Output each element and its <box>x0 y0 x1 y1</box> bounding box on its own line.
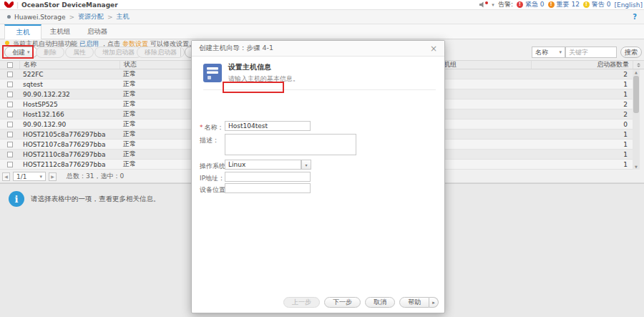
row-checkbox[interactable] <box>0 92 19 97</box>
header-checkbox[interactable] <box>0 61 19 69</box>
alarm-label: 告警: <box>498 0 513 9</box>
tab-bar: 主机 主机组 启动器 <box>0 24 644 39</box>
cancel-button[interactable]: 取消 <box>365 297 395 308</box>
breadcrumb-host[interactable]: 主机 <box>117 12 130 21</box>
cell-name: HOST2112c8a776297bba <box>19 161 119 168</box>
breadcrumb-separator: > <box>69 14 74 21</box>
name-label: *名称： <box>200 123 224 132</box>
previous-step-button[interactable]: 上一步 <box>283 297 320 308</box>
search-field-value: 名称 <box>535 48 548 57</box>
details-message: 请选择表格中的一项，查看更多相关信息。 <box>31 195 160 204</box>
cell-name: HOST2107c8a776297bba <box>19 141 119 148</box>
page-indicator: 1/1 <box>16 173 26 180</box>
dialog-header: 创建主机向导：步骤 4-1 × <box>192 41 444 57</box>
cell-initiator-count: 2 <box>531 101 633 108</box>
cell-initiator-count: 1 <box>531 91 633 98</box>
column-initiator-count[interactable]: 启动器数量 <box>531 61 633 69</box>
alarm-warning-icon: ! <box>583 1 590 8</box>
search-button[interactable]: 搜索 <box>620 47 642 58</box>
delete-button[interactable]: 删除 <box>36 47 64 58</box>
add-initiator-button[interactable]: 增加启动器 <box>94 47 142 58</box>
remove-initiator-button[interactable]: 移除启动器 <box>137 47 185 58</box>
cell-initiator-count: 1 <box>531 161 633 168</box>
cell-name: Host132.166 <box>19 111 119 118</box>
next-page-button[interactable]: ▶ <box>49 172 57 181</box>
create-caret-icon: ▾ <box>27 49 30 55</box>
cell-initiator-count: 0 <box>531 121 633 128</box>
column-name[interactable]: 名称 <box>19 61 119 69</box>
alarm-sound-caret-icon[interactable]: ▾ <box>492 2 494 8</box>
row-checkbox[interactable] <box>0 162 19 167</box>
alarm-sound-badge <box>485 1 488 4</box>
breadcrumb-resource-allocation[interactable]: 资源分配 <box>78 12 104 21</box>
close-icon[interactable]: × <box>430 44 437 53</box>
dialog-section-header: 设置主机信息 请输入主机的基本信息。 <box>203 62 436 90</box>
search-input[interactable] <box>565 47 617 58</box>
cell-name: 90.90.132.232 <box>19 91 119 98</box>
device-manager-app: | OceanStor DeviceManager ▾ 告警: ! 紧急 0 !… <box>0 0 644 317</box>
scroll-up-icon[interactable]: ▲ <box>633 70 640 74</box>
table-vertical-scrollbar[interactable]: ▲ ▼ <box>633 69 640 170</box>
info-icon: i <box>9 191 24 207</box>
toolbar-divider <box>180 48 181 57</box>
column-host-group[interactable]: 主机组 <box>433 61 531 69</box>
app-title: OceanStor DeviceManager <box>21 1 118 9</box>
breadcrumb-device[interactable]: Huawei.Storage <box>14 14 65 21</box>
device-status-icon <box>7 15 11 19</box>
help-button[interactable]: 帮助 <box>399 297 429 308</box>
page-select-caret-icon: ▾ <box>39 174 42 180</box>
required-icon: * <box>200 124 203 131</box>
alarm-sound-icon[interactable] <box>479 1 488 9</box>
section-title: 设置主机信息 <box>228 62 299 72</box>
row-checkbox[interactable] <box>0 112 19 117</box>
tab-host-groups[interactable]: 主机组 <box>42 24 79 39</box>
language-switch[interactable]: [English] <box>614 1 643 9</box>
create-button[interactable]: 创建▾ <box>4 47 38 58</box>
alarm-warning[interactable]: ! 警告 0 <box>583 0 611 9</box>
alarm-major[interactable]: ! 重要 12 <box>548 0 580 9</box>
cell-name: HOST2110c8a776297bba <box>19 151 119 158</box>
cell-name: HOST2105c8a776297bba <box>19 131 119 138</box>
create-host-wizard-dialog: 创建主机向导：步骤 4-1 × 设置主机信息 请输入主机的基本信息。 *名称： … <box>191 40 445 313</box>
title-bar: | OceanStor DeviceManager ▾ 告警: ! 紧急 0 !… <box>0 0 644 10</box>
next-step-button[interactable]: 下一步 <box>324 297 361 308</box>
cell-initiator-count: 1 <box>531 151 633 158</box>
breadcrumb: Huawei.Storage > 资源分配 > 主机 <box>7 12 130 21</box>
column-filter-icon[interactable] <box>633 61 644 69</box>
cell-initiator-count: 2 <box>531 71 633 78</box>
tab-hosts[interactable]: 主机 <box>4 24 42 39</box>
description-field[interactable] <box>225 134 356 155</box>
row-checkbox[interactable] <box>0 102 19 107</box>
scrollbar-thumb[interactable] <box>633 76 639 113</box>
help-icon[interactable]: ? <box>633 13 637 21</box>
row-checkbox[interactable] <box>0 142 19 147</box>
row-checkbox[interactable] <box>0 132 19 137</box>
ip-field[interactable] <box>225 172 311 182</box>
os-select-caret-icon[interactable]: ▾ <box>301 160 311 170</box>
scroll-down-icon[interactable]: ▼ <box>633 165 640 169</box>
cell-name: HostSP525 <box>19 101 119 108</box>
page-select[interactable]: 1/1 ▾ <box>13 172 46 181</box>
tab-initiators[interactable]: 启动器 <box>79 24 116 39</box>
title-separator: | <box>16 1 19 9</box>
os-select[interactable]: Linux <box>225 160 301 170</box>
properties-button[interactable]: 属性 <box>65 47 94 58</box>
search-field-caret-icon: ▾ <box>559 49 562 55</box>
help-more-icon[interactable]: ▸ <box>429 297 439 308</box>
huawei-logo-icon <box>4 1 14 9</box>
row-checkbox[interactable] <box>0 152 19 157</box>
row-checkbox[interactable] <box>0 82 19 87</box>
row-checkbox[interactable] <box>0 72 19 77</box>
cell-initiator-count: 1 <box>531 81 633 88</box>
description-label: 描述： <box>200 136 219 145</box>
cell-name: 90.90.132.90 <box>19 121 119 128</box>
location-field[interactable] <box>225 183 311 193</box>
row-checkbox[interactable] <box>0 122 19 127</box>
alarm-critical[interactable]: ! 紧急 0 <box>517 0 545 9</box>
cell-initiator-count: 2 <box>531 111 633 118</box>
cell-name: 522FC <box>19 71 119 78</box>
name-field[interactable] <box>225 121 311 131</box>
prev-page-button[interactable]: ◀ <box>2 172 10 181</box>
cell-initiator-count: 1 <box>531 131 633 138</box>
search-field-select[interactable]: 名称 ▾ <box>532 47 565 58</box>
